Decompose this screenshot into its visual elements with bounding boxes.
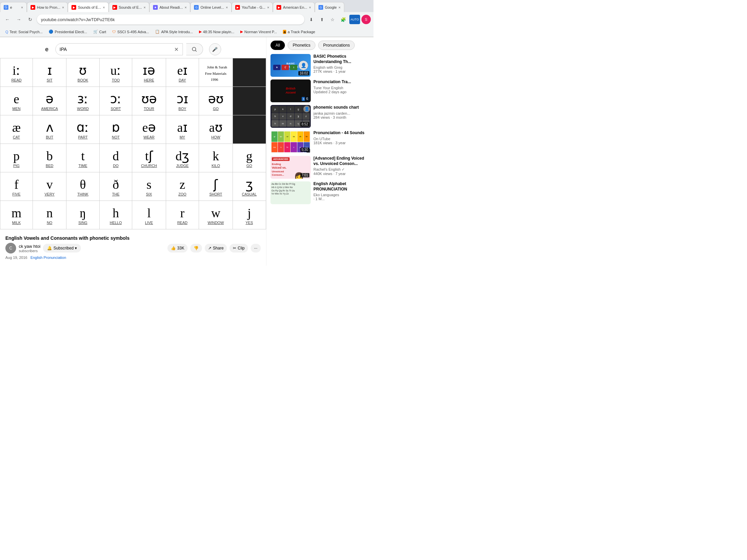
tab-close-1[interactable]: × bbox=[21, 5, 23, 9]
video-thumbnail: p k t g θ b v d ʒ z h m n ŋ l bbox=[271, 105, 311, 128]
address-input[interactable] bbox=[37, 15, 304, 25]
cell-casual: ʒCASUAL bbox=[233, 172, 266, 201]
cell-sing: ŋSING bbox=[67, 201, 99, 229]
verified-icon: ✓ bbox=[342, 167, 345, 171]
tab-sounds-of-e-active[interactable]: ▶ Sounds of E... × bbox=[68, 2, 109, 12]
english-tag[interactable]: English Pronunciation bbox=[30, 256, 66, 260]
cell-too: uːTOO bbox=[99, 58, 132, 87]
cell-yes: jYES bbox=[233, 201, 266, 229]
bookmark-norman[interactable]: ▶ Norman Vincent P... bbox=[238, 29, 280, 34]
cell-dark-1 bbox=[233, 58, 266, 87]
bookmark-ssci[interactable]: 🛡 SSCI S-495 Adva... bbox=[109, 29, 152, 34]
dislike-button[interactable]: 👎 bbox=[190, 244, 202, 252]
filter-all[interactable]: All bbox=[271, 41, 285, 50]
video-info-right: Pronunciation - 44 Sounds On UTube 181K … bbox=[313, 130, 369, 153]
tab-close-7[interactable]: × bbox=[267, 5, 269, 9]
search-submit-button[interactable] bbox=[186, 43, 203, 55]
cell-kilo: kKILO bbox=[199, 144, 233, 172]
tab-close-9[interactable]: × bbox=[338, 5, 340, 9]
clip-button[interactable]: ✂ Clip bbox=[230, 244, 248, 252]
star-icon[interactable]: ☆ bbox=[328, 15, 337, 24]
video-duration: 16:02 bbox=[298, 71, 309, 76]
channel-name: ck yaw htoi subscribers bbox=[19, 244, 40, 253]
list-item[interactable]: BASICPHONETICS ə tʃ ɪ 👤 16:02 BASIC Phon… bbox=[271, 54, 369, 77]
cell-go-1: əʊGO bbox=[199, 87, 233, 115]
search-clear-button[interactable]: ✕ bbox=[174, 46, 179, 53]
tab-sounds-of-e-2[interactable]: ▶ Sounds of E... × bbox=[109, 2, 150, 12]
download-icon[interactable]: ⬇ bbox=[306, 15, 316, 24]
more-button[interactable]: ··· bbox=[251, 244, 261, 252]
cell-bed: bBED bbox=[32, 144, 67, 172]
cell-zoo: zZOO bbox=[166, 172, 199, 201]
forward-button[interactable]: → bbox=[14, 15, 24, 24]
tab-close-4[interactable]: × bbox=[144, 5, 146, 9]
tab-american-en[interactable]: ▶ American En... × bbox=[273, 2, 315, 12]
voice-search-button[interactable]: 🎤 bbox=[209, 43, 221, 55]
cell-but: ʌBUT bbox=[32, 115, 67, 144]
share-browser-icon[interactable]: ⬆ bbox=[317, 15, 327, 24]
list-item[interactable]: BritishAccent 6 → 6 Pronunciation Tra...… bbox=[271, 79, 369, 102]
search-input[interactable] bbox=[60, 47, 174, 52]
cell-word: ɜːWORD bbox=[67, 87, 99, 115]
filter-pronunciations[interactable]: Pronunciations bbox=[318, 41, 355, 50]
bookmark-presidential[interactable]: 🔵 Presidential Electi... bbox=[46, 29, 90, 34]
like-button[interactable]: 👍 33K bbox=[168, 244, 187, 252]
action-buttons: 👍 33K 👎 ↗ Share ✂ Clip ··· bbox=[168, 244, 261, 252]
extensions-icon[interactable]: 🧩 bbox=[339, 15, 348, 24]
clip-icon: ✂ bbox=[233, 246, 236, 250]
share-button[interactable]: ↗ Share bbox=[205, 244, 227, 252]
video-info: English Vowels and Consonants with phone… bbox=[0, 233, 266, 262]
tab-close-6[interactable]: × bbox=[226, 5, 228, 9]
auto-icon[interactable]: AUTO bbox=[349, 15, 360, 24]
cell-my: aɪMY bbox=[166, 115, 199, 144]
tab-close-5[interactable]: × bbox=[185, 5, 187, 9]
video-list: BASICPHONETICS ə tʃ ɪ 👤 16:02 BASIC Phon… bbox=[271, 54, 369, 204]
video-thumbnail: ADVANCED 👩 EndingVoiced vs.UnvoicedConso… bbox=[271, 156, 311, 179]
cell-read: iːREAD bbox=[0, 58, 33, 87]
list-item[interactable]: p k t g θ b v d ʒ z h m n ŋ l bbox=[271, 105, 369, 128]
search-box[interactable]: ✕ bbox=[55, 43, 183, 55]
tab-about-reading[interactable]: ★ About Readi... × bbox=[149, 2, 190, 12]
tab-google-1[interactable]: G e × bbox=[0, 2, 27, 12]
list-item[interactable]: gr qu ui ta ck br ow n fo x ju mp 44 bbox=[271, 130, 369, 153]
svg-point-0 bbox=[192, 47, 196, 51]
cell-day: eɪDAY bbox=[166, 58, 199, 87]
video-thumbnail: Aa Bb Cc Dd Ee Ff Gg Hh Ii Jj Kk Ll Mm N… bbox=[271, 181, 311, 204]
video-info-right: BASIC Phonetics Understanding Th... Engl… bbox=[313, 54, 369, 77]
cell-here: ɪəHERE bbox=[132, 58, 166, 87]
cell-america: əAMERICA bbox=[32, 87, 67, 115]
list-item[interactable]: Aa Bb Cc Dd Ee Ff Gg Hh Ii Jj Kk Ll Mm N… bbox=[271, 181, 369, 204]
cell-sort: ɔːSORT bbox=[99, 87, 132, 115]
subscribe-button[interactable]: 🔔 Subscribed ▾ bbox=[43, 244, 81, 252]
video-info-right: English Alphabet PRONUNCIATION Eko Langu… bbox=[313, 181, 369, 204]
channel-row: C ck yaw htoi subscribers 🔔 Subscribed ▾… bbox=[5, 243, 261, 254]
tab-youtube-g[interactable]: ▶ YouTube - G... × bbox=[232, 2, 273, 12]
bookmark-test-social[interactable]: Q Test: Social Psych... bbox=[3, 29, 45, 34]
thumbs-up-icon: 👍 bbox=[171, 246, 176, 250]
bookmark-cart[interactable]: 🛒 Cart bbox=[91, 29, 109, 34]
tab-close-3[interactable]: × bbox=[103, 5, 105, 9]
tab-close-2[interactable]: × bbox=[62, 5, 64, 9]
cell-do: dDO bbox=[99, 144, 132, 172]
filter-phonetics[interactable]: Phonetics bbox=[288, 41, 315, 50]
cell-very: vVERY bbox=[32, 172, 67, 201]
bookmark-track-package[interactable]: a a Track Package bbox=[280, 29, 318, 34]
bookmark-now-playing[interactable]: ▶ 48:35 Now playin... bbox=[196, 29, 237, 34]
video-meta: Aug 19, 2016 English Pronunciation bbox=[5, 256, 261, 260]
back-button[interactable]: ← bbox=[3, 15, 12, 24]
video-thumbnail: gr qu ui ta ck br ow n fo x ju mp 44 bbox=[271, 130, 311, 153]
refresh-button[interactable]: ↻ bbox=[26, 15, 35, 24]
tab-how-to-pron[interactable]: ▶ How to Pron... × bbox=[27, 2, 68, 12]
cell-church: tʃCHURCH bbox=[132, 144, 166, 172]
cell-short: ʃSHORT bbox=[199, 172, 233, 201]
tab-online-level[interactable]: G Online Level... × bbox=[190, 2, 232, 12]
tab-google-2[interactable]: G Google × bbox=[315, 2, 344, 12]
bookmark-apa[interactable]: 📋 APA Style Introdu... bbox=[152, 29, 196, 34]
cell-how: aʊHOW bbox=[199, 115, 233, 144]
cell-no: nNO bbox=[32, 201, 67, 229]
cell-six: sSIX bbox=[132, 172, 166, 201]
list-item[interactable]: ADVANCED 👩 EndingVoiced vs.UnvoicedConso… bbox=[271, 156, 369, 179]
profile-icon[interactable]: S bbox=[361, 15, 371, 24]
tab-close-8[interactable]: × bbox=[309, 5, 311, 9]
video-duration: 6 bbox=[305, 97, 309, 101]
